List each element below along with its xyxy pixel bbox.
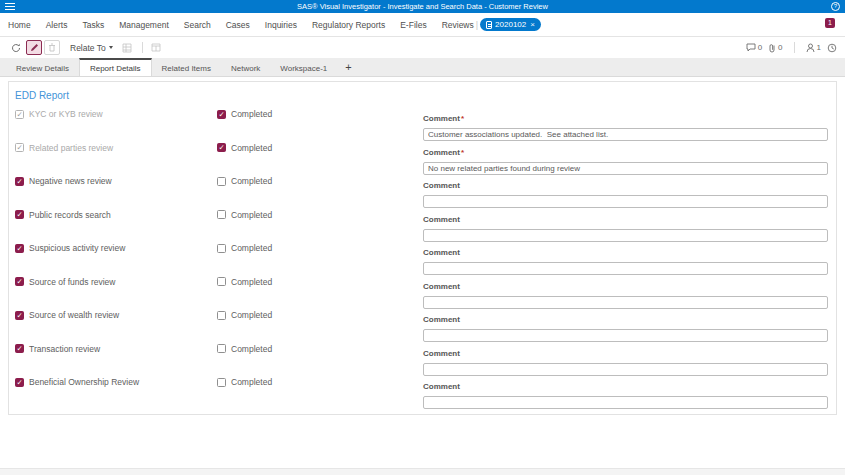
comment-label: Comment* (423, 248, 460, 257)
completed-checkbox[interactable] (217, 344, 226, 353)
grid-view-button[interactable] (119, 40, 135, 55)
nav-item-home[interactable]: Home (8, 20, 31, 30)
toolbar-divider (142, 42, 143, 53)
open-record-label: 2020102 (495, 20, 526, 29)
comment-cell: Comment* (423, 375, 828, 409)
completed-checkbox[interactable] (217, 143, 226, 152)
comment-label: Comment* (423, 181, 460, 190)
item-checkbox[interactable] (15, 311, 24, 320)
comment-cell: Comment* (423, 342, 828, 376)
open-record-tab[interactable]: 2020102 × (480, 18, 541, 31)
completed-checkbox[interactable] (217, 311, 226, 320)
item-checkbox[interactable] (15, 378, 24, 387)
comment-input[interactable] (423, 128, 828, 141)
item-checkbox[interactable] (15, 277, 24, 286)
toolbar-divider (794, 42, 795, 53)
app-bar: SAS® Visual Investigator - Investigate a… (0, 0, 845, 13)
item-checkbox[interactable] (15, 244, 24, 253)
relate-to-label: Relate To (70, 43, 106, 53)
nav-bar: HomeAlertsTasksManagementSearchCasesInqu… (0, 13, 845, 37)
document-icon (486, 21, 492, 29)
completed-checkbox[interactable] (217, 277, 226, 286)
item-checkbox[interactable] (15, 344, 24, 353)
item-checkbox[interactable] (15, 110, 24, 119)
checklist-row: Negative news review Completed Comment* (15, 174, 830, 208)
attachments-button[interactable]: 0 (768, 43, 782, 53)
comment-label-text: Comment (423, 382, 460, 391)
item-label: Source of funds review (29, 277, 115, 287)
nav-item-reviews[interactable]: Reviews (442, 20, 474, 30)
nav-item-e-files[interactable]: E-Files (400, 20, 426, 30)
nav-item-cases[interactable]: Cases (226, 20, 250, 30)
comment-input[interactable] (423, 195, 828, 208)
comment-input[interactable] (423, 229, 828, 242)
completed-label: Completed (231, 210, 272, 220)
workflow-button[interactable]: 1 (806, 43, 821, 53)
item-checkbox[interactable] (15, 210, 24, 219)
tab-report-details[interactable]: Report Details (79, 58, 152, 76)
nav-item-inquiries[interactable]: Inquiries (265, 20, 297, 30)
completed-checkbox[interactable] (217, 244, 226, 253)
checklist-item-cell: Transaction review (15, 342, 217, 354)
completed-checkbox[interactable] (217, 177, 226, 186)
comment-label-text: Comment (423, 248, 460, 257)
checklist-item-cell: Source of funds review (15, 275, 217, 287)
completed-cell: Completed (217, 308, 423, 320)
item-label: Negative news review (29, 176, 112, 186)
completed-label: Completed (231, 310, 272, 320)
refresh-button[interactable] (8, 40, 24, 55)
tab-network[interactable]: Network (221, 58, 270, 76)
comment-input[interactable] (423, 329, 828, 342)
completed-cell: Completed (217, 141, 423, 153)
checklist-row: KYC or KYB review Completed Comment* (15, 107, 830, 141)
comment-label-text: Comment (423, 114, 460, 123)
completed-label: Completed (231, 243, 272, 253)
comment-label: Comment* (423, 114, 464, 123)
item-checkbox[interactable] (15, 177, 24, 186)
nav-item-regulatory-reports[interactable]: Regulatory Reports (312, 20, 385, 30)
nav-item-search[interactable]: Search (184, 20, 211, 30)
nav-item-alerts[interactable]: Alerts (46, 20, 68, 30)
comment-input[interactable] (423, 162, 828, 175)
edit-button[interactable] (26, 40, 42, 55)
comment-input[interactable] (423, 296, 828, 309)
item-label: Source of wealth review (29, 310, 119, 320)
comment-label-text: Comment (423, 181, 460, 190)
nav-item-management[interactable]: Management (119, 20, 169, 30)
checklist-row: Suspicious activity review Completed Com… (15, 241, 830, 275)
completed-checkbox[interactable] (217, 110, 226, 119)
completed-checkbox[interactable] (217, 210, 226, 219)
tab-related-items[interactable]: Related Items (152, 58, 221, 76)
comment-input[interactable] (423, 396, 828, 409)
comment-cell: Comment* (423, 275, 828, 309)
hamburger-menu-icon[interactable] (5, 3, 15, 10)
comments-button[interactable]: 0 (746, 43, 762, 52)
tab-review-details[interactable]: Review Details (6, 58, 79, 76)
completed-cell: Completed (217, 208, 423, 220)
checklist-item-cell: Source of wealth review (15, 308, 217, 320)
notification-badge[interactable]: 1 (825, 18, 835, 28)
delete-button[interactable] (44, 40, 60, 55)
item-label: Suspicious activity review (29, 243, 125, 253)
completed-cell: Completed (217, 174, 423, 186)
item-checkbox[interactable] (15, 143, 24, 152)
layout-button[interactable] (148, 40, 164, 55)
close-record-icon[interactable]: × (530, 20, 535, 29)
comment-label-text: Comment (423, 349, 460, 358)
checklist-row: Beneficial Ownership Review Completed Co… (15, 375, 830, 409)
help-icon[interactable]: ? (831, 2, 840, 11)
completed-checkbox[interactable] (217, 378, 226, 387)
completed-label: Completed (231, 143, 272, 153)
comment-input[interactable] (423, 262, 828, 275)
nav-item-tasks[interactable]: Tasks (82, 20, 104, 30)
checklist-item-cell: Beneficial Ownership Review (15, 375, 217, 387)
add-tab-button[interactable]: + (337, 61, 359, 73)
comment-label: Comment* (423, 349, 460, 358)
history-button[interactable] (827, 43, 837, 53)
completed-cell: Completed (217, 107, 423, 119)
horizontal-scrollbar[interactable] (0, 468, 845, 475)
tab-workspace-1[interactable]: Workspace-1 (270, 58, 337, 76)
completed-cell: Completed (217, 275, 423, 287)
relate-to-button[interactable]: Relate To (70, 43, 113, 53)
comment-input[interactable] (423, 363, 828, 376)
